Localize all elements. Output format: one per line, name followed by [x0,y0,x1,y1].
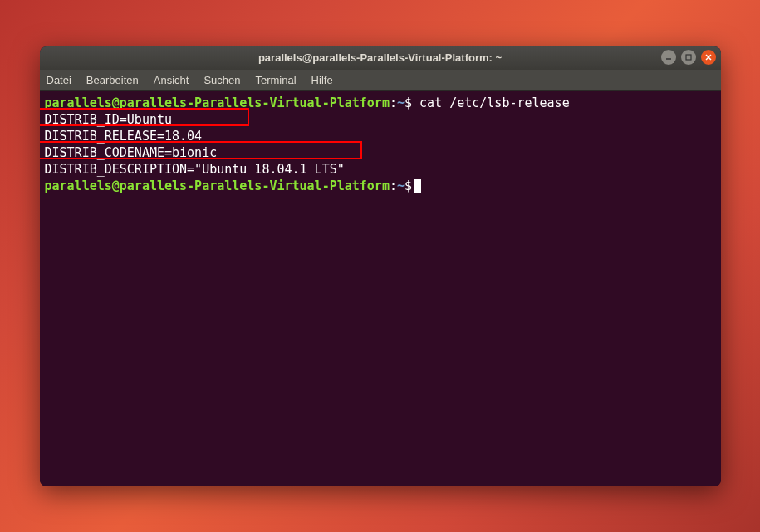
command: cat /etc/lsb-release [419,95,570,110]
terminal-window: parallels@parallels-Parallels-Virtual-Pl… [40,46,721,486]
prompt-path-2: ~ [397,178,405,193]
output-line-2: DISTRIB_RELEASE=18.04 [45,128,716,144]
output-line-1: DISTRIB_ID=Ubuntu [45,111,716,128]
output-line-4: DISTRIB_DESCRIPTION="Ubuntu 18.04.1 LTS" [45,161,716,178]
menu-hilfe[interactable]: Hilfe [311,74,333,86]
svg-rect-1 [686,55,691,60]
prompt-path: ~ [397,95,405,110]
maximize-icon [684,53,693,61]
window-title: parallels@parallels-Parallels-Virtual-Pl… [258,51,502,64]
output-line-3: DISTRIB_CODENAME=bionic [45,144,716,161]
prompt-line-1: parallels@parallels-Parallels-Virtual-Pl… [45,95,716,111]
cursor [414,179,421,193]
prompt-sep: : [390,95,397,110]
menu-ansicht[interactable]: Ansicht [154,74,189,86]
prompt-user-2: parallels@parallels-Parallels-Virtual-Pl… [45,178,390,193]
close-button[interactable] [701,50,716,65]
window-controls [661,50,716,65]
prompt-line-2: parallels@parallels-Parallels-Virtual-Pl… [45,178,716,194]
minimize-icon [664,53,673,61]
close-icon [704,53,713,61]
prompt-sigil: $ [405,95,412,110]
command-text [412,95,419,110]
maximize-button[interactable] [681,50,696,65]
prompt-user: parallels@parallels-Parallels-Virtual-Pl… [45,95,390,110]
menu-bearbeiten[interactable]: Bearbeiten [86,74,139,86]
menu-suchen[interactable]: Suchen [203,74,240,86]
menubar: Datei Bearbeiten Ansicht Suchen Terminal… [40,70,721,91]
menu-datei[interactable]: Datei [47,74,71,86]
terminal-body[interactable]: parallels@parallels-Parallels-Virtual-Pl… [40,91,721,486]
minimize-button[interactable] [661,50,676,65]
menu-terminal[interactable]: Terminal [255,74,296,86]
titlebar[interactable]: parallels@parallels-Parallels-Virtual-Pl… [40,46,721,70]
